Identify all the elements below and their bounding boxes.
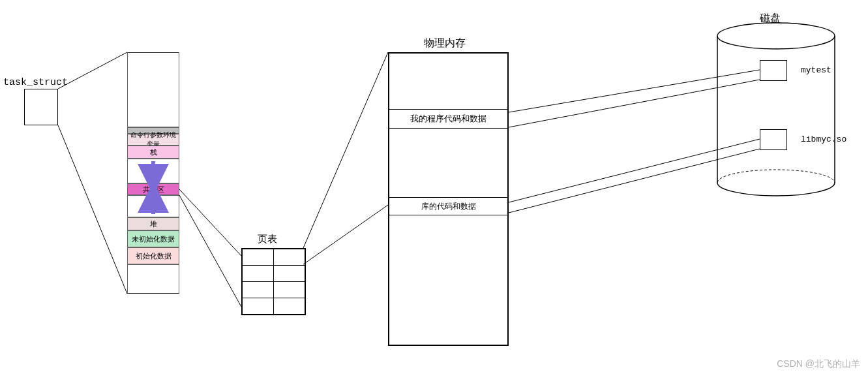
svg-line-1: [58, 125, 127, 294]
addr-seg-cmdline: 命令行参数环境变量: [127, 134, 179, 146]
page-table: [241, 248, 306, 315]
svg-point-12: [717, 23, 835, 49]
phys-mem-title: 物理内存: [424, 37, 466, 50]
phys-row-libcode: 库的代码和数据: [389, 197, 507, 215]
svg-line-5: [179, 195, 241, 307]
watermark: CSDN @北飞的山羊: [777, 358, 860, 370]
disk-title: 磁盘: [760, 12, 781, 25]
addr-seg-shared: 共享区: [127, 183, 179, 195]
svg-line-7: [303, 205, 388, 264]
disk-file2-label: libmyc.so: [801, 134, 846, 144]
svg-line-0: [58, 52, 127, 89]
addr-seg-data: 初始化数据: [127, 247, 179, 264]
task-struct-box: [24, 89, 58, 125]
task-struct-label: task_struct: [3, 77, 68, 88]
svg-line-4: [179, 189, 241, 256]
disk-file1-label: mytest: [801, 65, 831, 75]
addr-seg-stack: 栈: [127, 146, 179, 159]
addr-seg-gap1: [127, 159, 179, 183]
svg-line-8: [509, 70, 760, 112]
addr-seg-bss: 未初始化数据: [127, 230, 179, 247]
addr-seg-heap: 堆: [127, 217, 179, 230]
addr-seg-blank-bottom: [127, 264, 179, 294]
disk-file1-box: [760, 60, 787, 81]
phys-mem-box: 我的程序代码和数据 库的代码和数据: [388, 52, 509, 346]
svg-line-9: [509, 80, 760, 127]
disk-file2-box: [760, 129, 787, 150]
phys-row-mycode: 我的程序代码和数据: [389, 109, 507, 129]
addr-seg-gap2: [127, 195, 179, 217]
page-table-title: 页表: [258, 233, 277, 245]
addr-seg-blank-top: [127, 52, 179, 127]
svg-line-10: [509, 139, 760, 202]
svg-line-6: [303, 52, 388, 248]
svg-line-11: [509, 149, 760, 213]
